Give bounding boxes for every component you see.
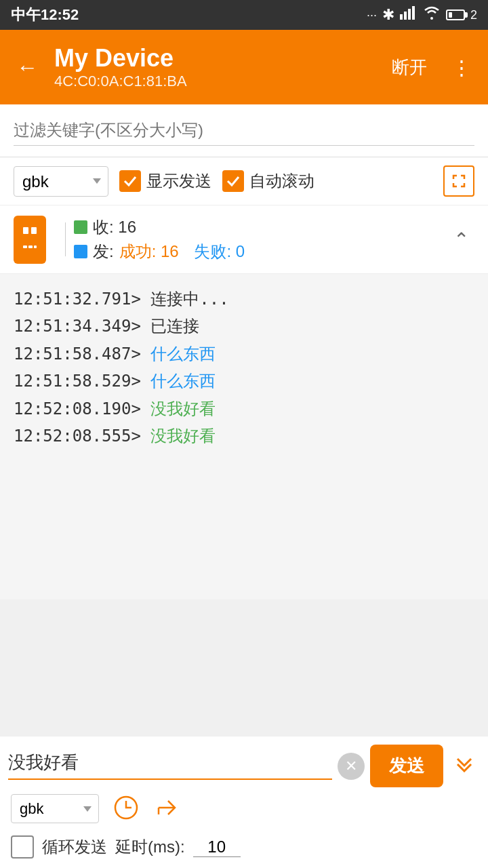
- wifi-icon: [423, 6, 441, 24]
- show-send-group: 显示发送: [119, 170, 211, 192]
- log-entry: 12:51:58.487> 什么东西: [14, 341, 474, 367]
- device-name: My Device: [54, 44, 373, 73]
- svg-rect-8: [34, 245, 37, 248]
- log-entry: 12:51:32.791> 连接中...: [14, 286, 474, 312]
- recv-count: 收: 16: [93, 216, 136, 238]
- recv-dot: [74, 220, 87, 234]
- history-button[interactable]: [113, 794, 140, 823]
- collapse-button[interactable]: ⌃: [448, 223, 474, 256]
- send-fail-label: 失败: 0: [194, 241, 245, 262]
- mac-address: 4C:C0:0A:C1:81:BA: [54, 73, 373, 90]
- send-label-prefix: 发:: [93, 241, 114, 262]
- status-bar: 中午12:52 ··· ✱ 2: [0, 0, 488, 30]
- bottom-area: ✕ 发送 gbk utf-8 ascii: [0, 736, 488, 868]
- delay-label: 延时(ms):: [115, 836, 185, 858]
- auto-scroll-group: 自动滚动: [222, 170, 314, 192]
- loop-send-checkbox[interactable]: [11, 835, 34, 859]
- clear-button[interactable]: ✕: [338, 753, 365, 780]
- encoding-select-bottom[interactable]: gbk utf-8 ascii: [11, 794, 99, 823]
- status-time: 中午12:52: [11, 5, 79, 25]
- send-button[interactable]: 发送: [370, 745, 443, 787]
- back-button[interactable]: ←: [11, 50, 43, 85]
- disconnect-button[interactable]: 断开: [384, 50, 435, 85]
- svg-rect-4: [23, 227, 28, 234]
- auto-scroll-checkbox[interactable]: [222, 170, 244, 192]
- stats-row: 收: 16 发: 成功: 16 失败: 0 ⌃: [0, 205, 488, 274]
- show-send-label: 显示发送: [146, 170, 211, 192]
- message-input[interactable]: [8, 752, 332, 773]
- status-icons: ··· ✱ 2: [367, 6, 477, 24]
- encoding-select-top[interactable]: gbk utf-8 ascii: [14, 166, 108, 197]
- svg-rect-6: [23, 245, 27, 248]
- divider: [65, 222, 66, 256]
- delay-input[interactable]: [193, 837, 241, 857]
- svg-rect-5: [31, 227, 37, 234]
- filter-input[interactable]: [14, 115, 474, 146]
- signal-icon: [400, 6, 418, 24]
- app-bar: ← My Device 4C:C0:0A:C1:81:BA 断开 ⋮: [0, 30, 488, 104]
- send-dot: [74, 245, 87, 258]
- log-area: 12:51:32.791> 连接中...12:51:34.349> 已连接12:…: [0, 274, 488, 599]
- battery-icon: [446, 9, 465, 20]
- app-bar-title: My Device 4C:C0:0A:C1:81:BA: [54, 44, 373, 90]
- svg-rect-1: [404, 12, 407, 20]
- battery-level: 2: [470, 8, 477, 22]
- fullscreen-button[interactable]: [443, 165, 474, 197]
- bottom-controls: gbk utf-8 ascii: [0, 787, 488, 830]
- auto-scroll-label: 自动滚动: [249, 170, 314, 192]
- pause-button[interactable]: [14, 216, 46, 264]
- log-entry: 12:51:34.349> 已连接: [14, 313, 474, 339]
- loop-send-label: 循环发送: [42, 836, 107, 858]
- more-button[interactable]: ⋮: [446, 50, 477, 85]
- input-wrapper: [8, 752, 332, 780]
- svg-rect-3: [412, 6, 415, 20]
- input-container: ✕ 发送: [0, 736, 488, 787]
- log-entry: 12:52:08.190> 没我好看: [14, 396, 474, 422]
- stats-info: 收: 16 发: 成功: 16 失败: 0: [74, 214, 448, 265]
- send-icon-button[interactable]: [153, 794, 180, 823]
- stats-buttons: [14, 216, 46, 264]
- svg-rect-2: [408, 9, 411, 20]
- svg-rect-0: [400, 14, 403, 20]
- log-entry: 12:52:08.555> 没我好看: [14, 423, 474, 449]
- log-entry: 12:51:58.529> 什么东西: [14, 368, 474, 394]
- show-send-checkbox[interactable]: [119, 170, 141, 192]
- filter-row: [0, 104, 488, 157]
- loop-row: 循环发送 延时(ms):: [0, 830, 488, 868]
- recv-line: 收: 16: [74, 216, 448, 238]
- bluetooth-icon: ✱: [382, 6, 394, 24]
- send-success-label: 成功: 16: [119, 241, 179, 262]
- expand-down-button[interactable]: [449, 750, 480, 783]
- send-line: 发: 成功: 16 失败: 0: [74, 241, 448, 262]
- controls-row: gbk utf-8 ascii 显示发送 自动滚动: [0, 157, 488, 205]
- svg-rect-7: [28, 245, 33, 248]
- signal-dots-icon: ···: [367, 8, 377, 22]
